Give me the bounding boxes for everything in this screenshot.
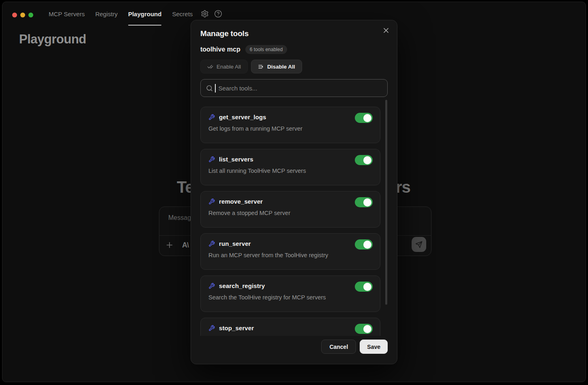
help-icon[interactable] (214, 10, 222, 18)
tool-name: stop_server (219, 325, 254, 331)
send-icon (415, 241, 423, 248)
toggle-knob (363, 241, 371, 249)
wrench-icon (208, 198, 215, 205)
disable-all-button[interactable]: Disable All (251, 60, 302, 73)
disable-all-label: Disable All (267, 64, 295, 70)
send-message-button[interactable] (412, 237, 426, 252)
minimize-window-button[interactable] (20, 13, 25, 17)
tool-name: search_registry (219, 282, 265, 289)
manage-tools-dialog: Manage tools toolhive mcp 6 tools enable… (191, 20, 397, 364)
tool-name: run_server (219, 240, 251, 247)
server-header: toolhive mcp 6 tools enabled (200, 45, 388, 54)
tool-toggle[interactable] (355, 239, 373, 249)
tool-toggle[interactable] (355, 324, 373, 334)
wrench-icon (208, 156, 215, 163)
tool-name: get_server_logs (219, 114, 266, 120)
hero-text-right-fragment: rs (396, 178, 410, 196)
close-icon[interactable] (382, 26, 390, 34)
settings-gear-icon[interactable] (201, 10, 209, 18)
tool-description: Search the ToolHive registry for MCP ser… (208, 294, 372, 301)
nav-item-registry[interactable]: Registry (95, 2, 118, 26)
check-check-icon (207, 64, 213, 70)
tool-description: Remove a stopped MCP server (208, 210, 372, 216)
nav-item-playground[interactable]: Playground (128, 2, 162, 26)
toggle-knob (363, 198, 371, 206)
toggle-knob (363, 283, 371, 291)
wrench-icon (208, 325, 215, 331)
save-button[interactable]: Save (360, 340, 388, 354)
page-title: Playground (19, 32, 86, 47)
tool-toggle[interactable] (355, 113, 373, 123)
nav-label: Secrets (172, 11, 193, 17)
dialog-footer: Cancel Save (321, 340, 388, 354)
nav-item-secrets[interactable]: Secrets (172, 2, 193, 26)
scrollbar-thumb[interactable] (385, 100, 387, 305)
wrench-icon (208, 114, 215, 120)
tool-toggle[interactable] (355, 155, 373, 165)
tool-toggle[interactable] (355, 282, 373, 292)
tool-list[interactable]: get_server_logs Get logs from a running … (200, 102, 388, 336)
nav-label: Registry (95, 11, 118, 17)
zoom-window-button[interactable] (28, 13, 33, 17)
wrench-icon (208, 283, 215, 289)
text-caret (215, 84, 216, 92)
tool-card-search-registry: search_registry Search the ToolHive regi… (200, 275, 380, 312)
active-tab-underline (128, 25, 162, 26)
tools-enabled-badge: 6 tools enabled (245, 45, 287, 54)
tool-description: Get logs from a running MCP server (208, 125, 372, 132)
tool-name: remove_server (219, 198, 263, 205)
dialog-title: Manage tools (200, 29, 388, 38)
tool-card-get-server-logs: get_server_logs Get logs from a running … (200, 107, 380, 143)
tool-card-stop-server: stop_server (200, 318, 380, 336)
wrench-icon (208, 241, 215, 247)
tool-name: list_servers (219, 156, 253, 163)
tool-description: Run an MCP server from the ToolHive regi… (208, 252, 372, 258)
main-nav: MCP Servers Registry Playground Secrets (49, 2, 193, 26)
tool-card-run-server: run_server Run an MCP server from the To… (200, 233, 380, 270)
cancel-button[interactable]: Cancel (321, 340, 356, 354)
toggle-knob (363, 156, 371, 164)
tool-toggle[interactable] (355, 197, 373, 207)
close-window-button[interactable] (12, 13, 17, 17)
toggle-knob (363, 114, 371, 122)
list-x-icon (258, 64, 264, 70)
search-icon (206, 85, 213, 92)
search-placeholder: Search tools... (219, 85, 258, 92)
app-window: MCP Servers Registry Playground Secrets … (2, 2, 586, 382)
server-name: toolhive mcp (200, 46, 240, 53)
nav-label: Playground (128, 11, 162, 17)
search-tools-input[interactable]: Search tools... (200, 79, 388, 97)
tool-description: List all running ToolHive MCP servers (208, 168, 372, 174)
bulk-actions: Enable All Disable All (200, 60, 388, 73)
anthropic-model-icon[interactable]: A\ (182, 241, 189, 249)
toggle-knob (363, 325, 371, 333)
enable-all-label: Enable All (217, 64, 241, 70)
nav-label: MCP Servers (49, 11, 85, 17)
nav-item-mcp-servers[interactable]: MCP Servers (49, 2, 85, 26)
tool-card-remove-server: remove_server Remove a stopped MCP serve… (200, 191, 380, 228)
attach-plus-icon[interactable] (165, 241, 174, 249)
enable-all-button[interactable]: Enable All (200, 60, 248, 73)
tool-card-list-servers: list_servers List all running ToolHive M… (200, 149, 380, 185)
